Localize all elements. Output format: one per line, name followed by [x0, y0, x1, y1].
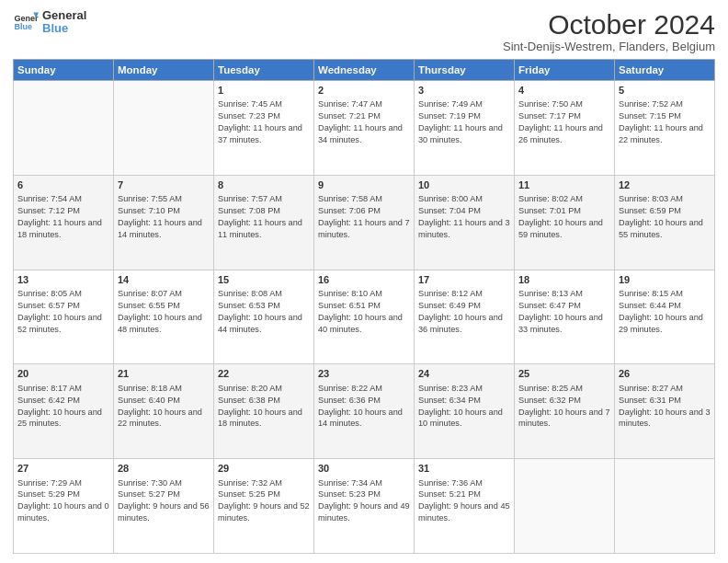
calendar-cell: 5Sunrise: 7:52 AMSunset: 7:15 PMDaylight…	[615, 81, 715, 176]
day-info: Sunrise: 8:22 AMSunset: 6:36 PMDaylight:…	[318, 383, 410, 431]
calendar-cell: 24Sunrise: 8:23 AMSunset: 6:34 PMDayligh…	[415, 364, 515, 459]
calendar-cell: 9Sunrise: 7:58 AMSunset: 7:06 PMDaylight…	[314, 175, 415, 270]
calendar-cell	[14, 81, 114, 176]
week-row-5: 27Sunrise: 7:29 AMSunset: 5:29 PMDayligh…	[14, 459, 715, 554]
calendar-cell: 7Sunrise: 7:55 AMSunset: 7:10 PMDaylight…	[114, 175, 214, 270]
day-number: 15	[218, 273, 310, 287]
day-info: Sunrise: 8:18 AMSunset: 6:40 PMDaylight:…	[118, 383, 210, 431]
day-info: Sunrise: 8:03 AMSunset: 6:59 PMDaylight:…	[619, 193, 711, 241]
week-row-3: 13Sunrise: 8:05 AMSunset: 6:57 PMDayligh…	[14, 270, 715, 364]
day-number: 21	[118, 367, 210, 381]
day-number: 17	[418, 273, 510, 287]
day-number: 9	[318, 178, 410, 192]
calendar-cell: 8Sunrise: 7:57 AMSunset: 7:08 PMDaylight…	[214, 175, 314, 270]
calendar-cell: 31Sunrise: 7:36 AMSunset: 5:21 PMDayligh…	[415, 459, 515, 554]
calendar-cell: 20Sunrise: 8:17 AMSunset: 6:42 PMDayligh…	[14, 364, 114, 459]
day-number: 4	[518, 84, 610, 98]
day-number: 18	[518, 273, 610, 287]
day-number: 23	[318, 367, 410, 381]
logo: General Blue General Blue	[13, 9, 86, 36]
weekday-header-saturday: Saturday	[615, 60, 715, 81]
day-info: Sunrise: 7:34 AMSunset: 5:23 PMDaylight:…	[318, 477, 410, 525]
logo-blue: Blue	[42, 22, 86, 35]
day-number: 5	[619, 84, 711, 98]
calendar: SundayMondayTuesdayWednesdayThursdayFrid…	[13, 59, 715, 554]
day-info: Sunrise: 8:07 AMSunset: 6:55 PMDaylight:…	[118, 288, 210, 336]
day-info: Sunrise: 7:58 AMSunset: 7:06 PMDaylight:…	[318, 193, 410, 241]
calendar-cell: 23Sunrise: 8:22 AMSunset: 6:36 PMDayligh…	[314, 364, 415, 459]
day-info: Sunrise: 8:20 AMSunset: 6:38 PMDaylight:…	[218, 383, 310, 431]
day-number: 2	[318, 84, 410, 98]
weekday-header-friday: Friday	[515, 60, 615, 81]
day-info: Sunrise: 7:29 AMSunset: 5:29 PMDaylight:…	[17, 477, 109, 525]
day-info: Sunrise: 8:08 AMSunset: 6:53 PMDaylight:…	[218, 288, 310, 336]
day-number: 19	[619, 273, 711, 287]
calendar-cell	[114, 81, 214, 176]
day-number: 25	[518, 367, 610, 381]
calendar-cell: 21Sunrise: 8:18 AMSunset: 6:40 PMDayligh…	[114, 364, 214, 459]
weekday-header-monday: Monday	[114, 60, 214, 81]
day-info: Sunrise: 8:02 AMSunset: 7:01 PMDaylight:…	[518, 193, 610, 241]
day-number: 30	[318, 462, 410, 476]
day-number: 1	[218, 84, 310, 98]
week-row-2: 6Sunrise: 7:54 AMSunset: 7:12 PMDaylight…	[14, 175, 715, 270]
day-info: Sunrise: 8:23 AMSunset: 6:34 PMDaylight:…	[418, 383, 510, 431]
day-info: Sunrise: 7:54 AMSunset: 7:12 PMDaylight:…	[17, 193, 109, 241]
page: General Blue General Blue October 2024 S…	[0, 0, 728, 563]
day-info: Sunrise: 7:36 AMSunset: 5:21 PMDaylight:…	[418, 477, 510, 525]
day-number: 27	[17, 462, 109, 476]
day-info: Sunrise: 7:57 AMSunset: 7:08 PMDaylight:…	[218, 193, 310, 241]
day-info: Sunrise: 7:45 AMSunset: 7:23 PMDaylight:…	[218, 98, 310, 146]
day-info: Sunrise: 7:49 AMSunset: 7:19 PMDaylight:…	[418, 98, 510, 146]
calendar-cell: 16Sunrise: 8:10 AMSunset: 6:51 PMDayligh…	[314, 270, 415, 364]
calendar-cell: 13Sunrise: 8:05 AMSunset: 6:57 PMDayligh…	[14, 270, 114, 364]
main-title: October 2024	[503, 9, 715, 40]
calendar-cell: 25Sunrise: 8:25 AMSunset: 6:32 PMDayligh…	[515, 364, 615, 459]
weekday-header-sunday: Sunday	[14, 60, 114, 81]
logo-general: General	[42, 9, 86, 22]
subtitle: Sint-Denijs-Westrem, Flanders, Belgium	[503, 40, 715, 53]
day-number: 13	[17, 273, 109, 287]
header: General Blue General Blue October 2024 S…	[13, 9, 715, 53]
day-info: Sunrise: 8:27 AMSunset: 6:31 PMDaylight:…	[619, 383, 711, 431]
day-number: 16	[318, 273, 410, 287]
day-info: Sunrise: 7:47 AMSunset: 7:21 PMDaylight:…	[318, 98, 410, 146]
day-info: Sunrise: 8:00 AMSunset: 7:04 PMDaylight:…	[418, 193, 510, 241]
day-info: Sunrise: 8:15 AMSunset: 6:44 PMDaylight:…	[619, 288, 711, 336]
day-number: 12	[619, 178, 711, 192]
day-info: Sunrise: 8:12 AMSunset: 6:49 PMDaylight:…	[418, 288, 510, 336]
calendar-cell: 29Sunrise: 7:32 AMSunset: 5:25 PMDayligh…	[214, 459, 314, 554]
calendar-cell: 26Sunrise: 8:27 AMSunset: 6:31 PMDayligh…	[615, 364, 715, 459]
calendar-cell: 15Sunrise: 8:08 AMSunset: 6:53 PMDayligh…	[214, 270, 314, 364]
calendar-cell: 14Sunrise: 8:07 AMSunset: 6:55 PMDayligh…	[114, 270, 214, 364]
day-info: Sunrise: 7:50 AMSunset: 7:17 PMDaylight:…	[518, 98, 610, 146]
day-info: Sunrise: 8:13 AMSunset: 6:47 PMDaylight:…	[518, 288, 610, 336]
day-info: Sunrise: 7:32 AMSunset: 5:25 PMDaylight:…	[218, 477, 310, 525]
logo-icon: General Blue	[13, 9, 39, 35]
weekday-header-tuesday: Tuesday	[214, 60, 314, 81]
day-number: 8	[218, 178, 310, 192]
calendar-cell: 3Sunrise: 7:49 AMSunset: 7:19 PMDaylight…	[415, 81, 515, 176]
day-info: Sunrise: 7:30 AMSunset: 5:27 PMDaylight:…	[118, 477, 210, 525]
day-info: Sunrise: 7:55 AMSunset: 7:10 PMDaylight:…	[118, 193, 210, 241]
day-number: 29	[218, 462, 310, 476]
weekday-header-row: SundayMondayTuesdayWednesdayThursdayFrid…	[14, 60, 715, 81]
calendar-cell: 11Sunrise: 8:02 AMSunset: 7:01 PMDayligh…	[515, 175, 615, 270]
day-info: Sunrise: 8:10 AMSunset: 6:51 PMDaylight:…	[318, 288, 410, 336]
day-number: 28	[118, 462, 210, 476]
calendar-cell: 4Sunrise: 7:50 AMSunset: 7:17 PMDaylight…	[515, 81, 615, 176]
calendar-cell: 18Sunrise: 8:13 AMSunset: 6:47 PMDayligh…	[515, 270, 615, 364]
calendar-cell: 10Sunrise: 8:00 AMSunset: 7:04 PMDayligh…	[415, 175, 515, 270]
calendar-cell: 1Sunrise: 7:45 AMSunset: 7:23 PMDaylight…	[214, 81, 314, 176]
calendar-cell: 28Sunrise: 7:30 AMSunset: 5:27 PMDayligh…	[114, 459, 214, 554]
day-number: 24	[418, 367, 510, 381]
weekday-header-thursday: Thursday	[415, 60, 515, 81]
day-number: 14	[118, 273, 210, 287]
week-row-1: 1Sunrise: 7:45 AMSunset: 7:23 PMDaylight…	[14, 81, 715, 176]
day-info: Sunrise: 8:05 AMSunset: 6:57 PMDaylight:…	[17, 288, 109, 336]
day-info: Sunrise: 7:52 AMSunset: 7:15 PMDaylight:…	[619, 98, 711, 146]
calendar-cell: 22Sunrise: 8:20 AMSunset: 6:38 PMDayligh…	[214, 364, 314, 459]
calendar-header: SundayMondayTuesdayWednesdayThursdayFrid…	[14, 60, 715, 81]
day-number: 26	[619, 367, 711, 381]
day-number: 22	[218, 367, 310, 381]
